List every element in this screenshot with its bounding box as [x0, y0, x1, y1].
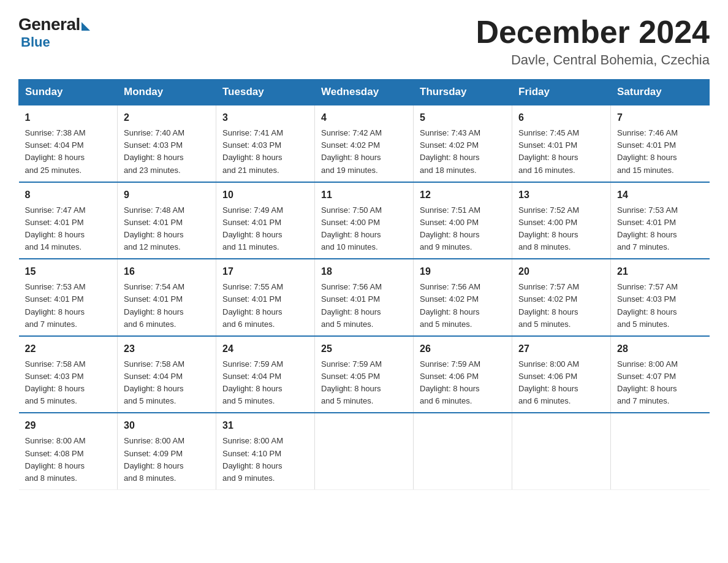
day-info: Sunrise: 7:45 AM Sunset: 4:01 PM Dayligh…: [518, 127, 604, 177]
calendar-week-row: 8Sunrise: 7:47 AM Sunset: 4:01 PM Daylig…: [19, 182, 710, 259]
day-info: Sunrise: 8:00 AM Sunset: 4:06 PM Dayligh…: [518, 358, 604, 408]
day-info: Sunrise: 7:54 AM Sunset: 4:01 PM Dayligh…: [124, 281, 210, 331]
calendar-day-cell: 27Sunrise: 8:00 AM Sunset: 4:06 PM Dayli…: [512, 336, 611, 413]
calendar-day-cell: 22Sunrise: 7:58 AM Sunset: 4:03 PM Dayli…: [19, 336, 118, 413]
calendar-day-cell: 24Sunrise: 7:59 AM Sunset: 4:04 PM Dayli…: [216, 336, 315, 413]
calendar-day-header: Thursday: [414, 80, 512, 105]
day-number: 10: [222, 188, 308, 202]
day-info: Sunrise: 8:00 AM Sunset: 4:07 PM Dayligh…: [617, 358, 703, 408]
calendar-day-cell: 4Sunrise: 7:42 AM Sunset: 4:02 PM Daylig…: [315, 105, 414, 182]
calendar-day-header: Wednesday: [315, 80, 414, 105]
day-info: Sunrise: 7:52 AM Sunset: 4:00 PM Dayligh…: [518, 204, 604, 254]
day-number: 26: [420, 342, 506, 356]
day-number: 27: [518, 342, 604, 356]
day-number: 4: [321, 110, 407, 125]
day-number: 18: [321, 264, 407, 279]
day-number: 7: [617, 110, 703, 125]
calendar-day-cell: 12Sunrise: 7:51 AM Sunset: 4:00 PM Dayli…: [414, 182, 512, 259]
day-info: Sunrise: 8:00 AM Sunset: 4:08 PM Dayligh…: [25, 435, 112, 484]
day-number: 11: [321, 188, 407, 202]
calendar-day-cell: 25Sunrise: 7:59 AM Sunset: 4:05 PM Dayli…: [315, 336, 414, 413]
day-number: 30: [124, 418, 210, 433]
calendar-day-cell: 15Sunrise: 7:53 AM Sunset: 4:01 PM Dayli…: [19, 259, 118, 336]
day-info: Sunrise: 7:48 AM Sunset: 4:01 PM Dayligh…: [124, 204, 210, 254]
day-number: 6: [518, 110, 604, 125]
day-number: 15: [25, 264, 112, 279]
day-info: Sunrise: 7:50 AM Sunset: 4:00 PM Dayligh…: [321, 204, 407, 254]
logo-arrow-icon: [82, 22, 90, 31]
calendar-day-cell: 21Sunrise: 7:57 AM Sunset: 4:03 PM Dayli…: [611, 259, 710, 336]
calendar-day-cell: 8Sunrise: 7:47 AM Sunset: 4:01 PM Daylig…: [19, 182, 118, 259]
calendar-day-cell: 5Sunrise: 7:43 AM Sunset: 4:02 PM Daylig…: [414, 105, 512, 182]
calendar-day-cell: 1Sunrise: 7:38 AM Sunset: 4:04 PM Daylig…: [19, 105, 118, 182]
calendar-day-header: Monday: [118, 80, 216, 105]
calendar-day-cell: 30Sunrise: 8:00 AM Sunset: 4:09 PM Dayli…: [118, 413, 216, 489]
calendar-header-row: SundayMondayTuesdayWednesdayThursdayFrid…: [19, 80, 710, 105]
calendar-day-cell: 28Sunrise: 8:00 AM Sunset: 4:07 PM Dayli…: [611, 336, 710, 413]
calendar-day-cell: 31Sunrise: 8:00 AM Sunset: 4:10 PM Dayli…: [216, 413, 315, 489]
logo-general-text: General: [18, 15, 80, 34]
calendar-day-cell: 18Sunrise: 7:56 AM Sunset: 4:01 PM Dayli…: [315, 259, 414, 336]
day-number: 29: [25, 418, 112, 433]
day-info: Sunrise: 7:58 AM Sunset: 4:03 PM Dayligh…: [25, 358, 112, 408]
calendar-day-cell: 2Sunrise: 7:40 AM Sunset: 4:03 PM Daylig…: [118, 105, 216, 182]
calendar-day-cell: 9Sunrise: 7:48 AM Sunset: 4:01 PM Daylig…: [118, 182, 216, 259]
day-number: 21: [617, 264, 703, 279]
calendar-day-header: Sunday: [19, 80, 118, 105]
logo-blue-text: Blue: [21, 34, 50, 50]
day-number: 24: [222, 342, 308, 356]
calendar-day-cell: 11Sunrise: 7:50 AM Sunset: 4:00 PM Dayli…: [315, 182, 414, 259]
day-info: Sunrise: 7:49 AM Sunset: 4:01 PM Dayligh…: [222, 204, 308, 254]
day-number: 25: [321, 342, 407, 356]
calendar-day-cell: 29Sunrise: 8:00 AM Sunset: 4:08 PM Dayli…: [19, 413, 118, 489]
day-info: Sunrise: 7:59 AM Sunset: 4:05 PM Dayligh…: [321, 358, 407, 408]
page-header: General Blue December 2024 Davle, Centra…: [18, 15, 710, 68]
calendar-week-row: 22Sunrise: 7:58 AM Sunset: 4:03 PM Dayli…: [19, 336, 710, 413]
logo: General Blue: [18, 15, 90, 50]
main-title: December 2024: [476, 15, 710, 50]
day-info: Sunrise: 7:47 AM Sunset: 4:01 PM Dayligh…: [25, 204, 112, 254]
day-number: 9: [124, 188, 210, 202]
day-number: 23: [124, 342, 210, 356]
day-number: 8: [25, 188, 112, 202]
day-number: 3: [222, 110, 308, 125]
calendar-day-cell: 26Sunrise: 7:59 AM Sunset: 4:06 PM Dayli…: [414, 336, 512, 413]
day-info: Sunrise: 7:38 AM Sunset: 4:04 PM Dayligh…: [25, 127, 112, 177]
day-info: Sunrise: 7:41 AM Sunset: 4:03 PM Dayligh…: [222, 127, 308, 177]
day-number: 12: [420, 188, 506, 202]
day-info: Sunrise: 7:59 AM Sunset: 4:04 PM Dayligh…: [222, 358, 308, 408]
day-info: Sunrise: 7:53 AM Sunset: 4:01 PM Dayligh…: [25, 281, 112, 331]
day-info: Sunrise: 7:57 AM Sunset: 4:02 PM Dayligh…: [518, 281, 604, 331]
calendar-week-row: 29Sunrise: 8:00 AM Sunset: 4:08 PM Dayli…: [19, 413, 710, 489]
calendar-day-cell: 19Sunrise: 7:56 AM Sunset: 4:02 PM Dayli…: [414, 259, 512, 336]
calendar-week-row: 15Sunrise: 7:53 AM Sunset: 4:01 PM Dayli…: [19, 259, 710, 336]
day-number: 2: [124, 110, 210, 125]
calendar-day-header: Saturday: [611, 80, 710, 105]
day-info: Sunrise: 7:57 AM Sunset: 4:03 PM Dayligh…: [617, 281, 703, 331]
day-info: Sunrise: 8:00 AM Sunset: 4:09 PM Dayligh…: [124, 435, 210, 484]
calendar-day-cell: [414, 413, 512, 489]
day-info: Sunrise: 7:46 AM Sunset: 4:01 PM Dayligh…: [617, 127, 703, 177]
day-number: 28: [617, 342, 703, 356]
day-number: 14: [617, 188, 703, 202]
calendar-day-cell: 20Sunrise: 7:57 AM Sunset: 4:02 PM Dayli…: [512, 259, 611, 336]
calendar-day-cell: 17Sunrise: 7:55 AM Sunset: 4:01 PM Dayli…: [216, 259, 315, 336]
day-number: 16: [124, 264, 210, 279]
day-info: Sunrise: 8:00 AM Sunset: 4:10 PM Dayligh…: [222, 435, 308, 484]
day-info: Sunrise: 7:59 AM Sunset: 4:06 PM Dayligh…: [420, 358, 506, 408]
day-info: Sunrise: 7:40 AM Sunset: 4:03 PM Dayligh…: [124, 127, 210, 177]
day-number: 13: [518, 188, 604, 202]
calendar-week-row: 1Sunrise: 7:38 AM Sunset: 4:04 PM Daylig…: [19, 105, 710, 182]
day-info: Sunrise: 7:53 AM Sunset: 4:01 PM Dayligh…: [617, 204, 703, 254]
calendar-day-cell: 10Sunrise: 7:49 AM Sunset: 4:01 PM Dayli…: [216, 182, 315, 259]
calendar-day-cell: 14Sunrise: 7:53 AM Sunset: 4:01 PM Dayli…: [611, 182, 710, 259]
calendar-day-header: Tuesday: [216, 80, 315, 105]
day-number: 22: [25, 342, 112, 356]
calendar-day-cell: [611, 413, 710, 489]
day-number: 17: [222, 264, 308, 279]
day-info: Sunrise: 7:51 AM Sunset: 4:00 PM Dayligh…: [420, 204, 506, 254]
calendar-day-cell: [512, 413, 611, 489]
day-info: Sunrise: 7:56 AM Sunset: 4:02 PM Dayligh…: [420, 281, 506, 331]
calendar-day-cell: 16Sunrise: 7:54 AM Sunset: 4:01 PM Dayli…: [118, 259, 216, 336]
calendar-day-cell: 7Sunrise: 7:46 AM Sunset: 4:01 PM Daylig…: [611, 105, 710, 182]
